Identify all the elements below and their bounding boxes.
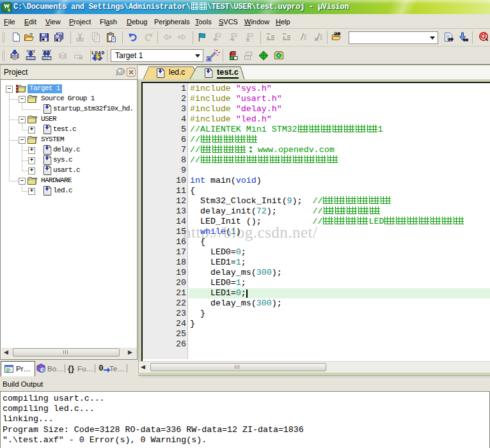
- svg-text:?: ?: [42, 367, 45, 373]
- svg-text:s: s: [8, 8, 10, 12]
